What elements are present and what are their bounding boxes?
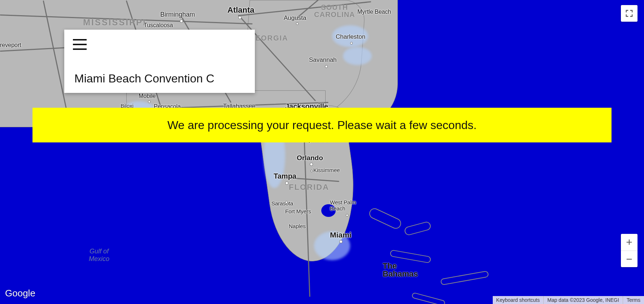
city-label-savannah: Savannah bbox=[309, 56, 337, 64]
map-canvas[interactable]: MISSISSIPPI SOUTH CAROLINA GEORGIA FLORI… bbox=[0, 0, 644, 304]
city-label-sarasota: Sarasota bbox=[271, 200, 293, 206]
city-label-tuscaloosa: Tuscaloosa bbox=[144, 22, 173, 29]
city-label-atlanta: Atlanta bbox=[227, 5, 254, 15]
state-label-south-carolina: SOUTH CAROLINA bbox=[314, 4, 355, 18]
city-label-augusta: Augusta bbox=[284, 14, 306, 22]
search-panel bbox=[64, 30, 255, 93]
city-label-miami: Miami bbox=[330, 231, 352, 239]
city-dot-miami bbox=[339, 240, 343, 243]
city-dot-orlando bbox=[310, 163, 313, 166]
landmass-bahamas-5 bbox=[412, 292, 446, 304]
water-label-gulf: Gulf of Mexico bbox=[89, 248, 109, 263]
city-label-west-palm-beach: West Palm Beach bbox=[330, 200, 356, 211]
city-label-fort-myers: Fort Myers bbox=[285, 208, 311, 214]
city-label-tampa: Tampa bbox=[274, 172, 296, 180]
zoom-control: + − bbox=[621, 234, 638, 267]
map-data-attribution[interactable]: Map data ©2023 Google, INEGI bbox=[543, 296, 623, 304]
city-dot-augusta bbox=[296, 22, 299, 25]
state-label-georgia: GEORGIA bbox=[249, 34, 288, 42]
city-dot-birmingham bbox=[180, 20, 183, 23]
city-label-orlando: Orlando bbox=[297, 154, 323, 162]
google-logo: Google bbox=[5, 288, 35, 299]
menu-button[interactable] bbox=[73, 39, 87, 51]
search-input[interactable] bbox=[74, 72, 248, 86]
state-label-florida: FLORIDA bbox=[289, 183, 329, 192]
city-dot-kissimmee bbox=[310, 170, 313, 172]
landmass-bahamas-1 bbox=[367, 206, 402, 230]
city-label-birmingham: Birmingham bbox=[160, 11, 195, 18]
city-label-myrtle-beach: Myrtle Beach bbox=[357, 9, 391, 15]
city-dot-west-palm-beach bbox=[346, 214, 348, 217]
terms-link[interactable]: Terms bbox=[623, 296, 644, 304]
city-label-kissimmee: Kissimmee bbox=[313, 167, 340, 173]
zoom-in-button[interactable]: + bbox=[621, 234, 638, 251]
state-label-mississippi: MISSISSIPPI bbox=[83, 17, 147, 27]
keyboard-shortcuts-link[interactable]: Keyboard shortcuts bbox=[493, 296, 544, 304]
city-dot-sarasota bbox=[285, 201, 288, 204]
zoom-out-button[interactable]: − bbox=[621, 251, 638, 267]
city-dot-charleston bbox=[350, 42, 353, 44]
city-label-naples: Naples bbox=[289, 223, 306, 229]
fullscreen-button[interactable] bbox=[621, 5, 638, 22]
processing-banner: We are processing your request. Please w… bbox=[32, 108, 612, 142]
city-dot-atlanta bbox=[238, 16, 242, 19]
city-dot-tampa bbox=[285, 181, 288, 185]
city-label-shreveport: reveport bbox=[0, 42, 21, 48]
city-dot-mobile bbox=[148, 100, 151, 103]
landmass-bahamas-4 bbox=[440, 271, 489, 286]
city-label-charleston: Charleston bbox=[336, 33, 365, 40]
coast-effect bbox=[343, 47, 372, 65]
hamburger-icon bbox=[73, 39, 87, 50]
map-footer: Keyboard shortcuts Map data ©2023 Google… bbox=[493, 296, 644, 304]
city-dot-savannah bbox=[325, 65, 328, 68]
fullscreen-icon bbox=[625, 9, 633, 17]
landmass-bahamas-2 bbox=[404, 221, 432, 236]
city-label-mobile: Mobile bbox=[139, 93, 156, 99]
country-label-bahamas: The Bahamas bbox=[383, 262, 418, 278]
